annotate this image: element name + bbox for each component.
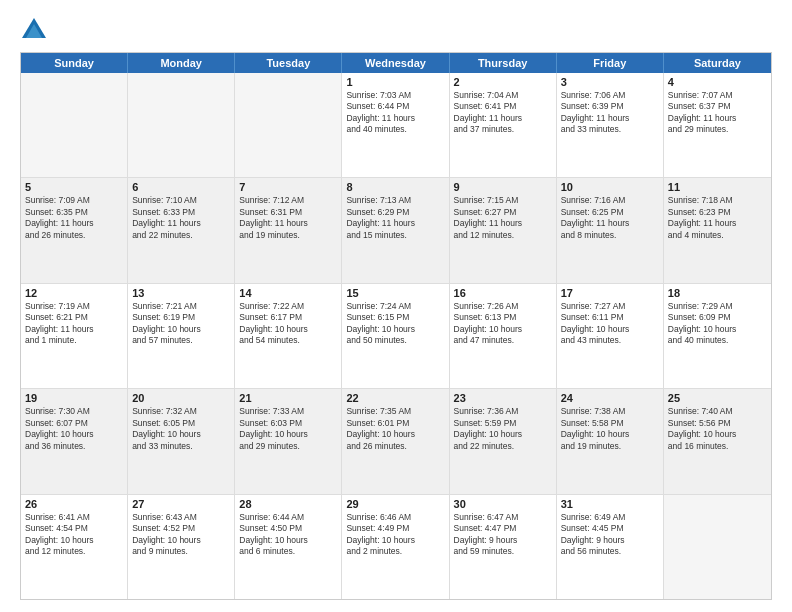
cell-sun-info: Sunrise: 7:33 AM Sunset: 6:03 PM Dayligh… <box>239 406 337 452</box>
cell-sun-info: Sunrise: 6:43 AM Sunset: 4:52 PM Dayligh… <box>132 512 230 558</box>
cell-sun-info: Sunrise: 6:46 AM Sunset: 4:49 PM Dayligh… <box>346 512 444 558</box>
calendar-row: 5Sunrise: 7:09 AM Sunset: 6:35 PM Daylig… <box>21 177 771 282</box>
day-number: 25 <box>668 392 767 404</box>
calendar-row: 26Sunrise: 6:41 AM Sunset: 4:54 PM Dayli… <box>21 494 771 599</box>
calendar-cell: 25Sunrise: 7:40 AM Sunset: 5:56 PM Dayli… <box>664 389 771 493</box>
calendar-cell <box>664 495 771 599</box>
calendar-cell: 22Sunrise: 7:35 AM Sunset: 6:01 PM Dayli… <box>342 389 449 493</box>
calendar-row: 19Sunrise: 7:30 AM Sunset: 6:07 PM Dayli… <box>21 388 771 493</box>
calendar-cell: 17Sunrise: 7:27 AM Sunset: 6:11 PM Dayli… <box>557 284 664 388</box>
day-number: 16 <box>454 287 552 299</box>
calendar-cell: 24Sunrise: 7:38 AM Sunset: 5:58 PM Dayli… <box>557 389 664 493</box>
cell-sun-info: Sunrise: 7:16 AM Sunset: 6:25 PM Dayligh… <box>561 195 659 241</box>
day-number: 13 <box>132 287 230 299</box>
calendar-cell: 21Sunrise: 7:33 AM Sunset: 6:03 PM Dayli… <box>235 389 342 493</box>
cell-sun-info: Sunrise: 7:21 AM Sunset: 6:19 PM Dayligh… <box>132 301 230 347</box>
weekday-header: Tuesday <box>235 53 342 73</box>
calendar-cell: 11Sunrise: 7:18 AM Sunset: 6:23 PM Dayli… <box>664 178 771 282</box>
calendar-header: SundayMondayTuesdayWednesdayThursdayFrid… <box>21 53 771 73</box>
calendar-cell: 3Sunrise: 7:06 AM Sunset: 6:39 PM Daylig… <box>557 73 664 177</box>
day-number: 19 <box>25 392 123 404</box>
day-number: 22 <box>346 392 444 404</box>
cell-sun-info: Sunrise: 7:38 AM Sunset: 5:58 PM Dayligh… <box>561 406 659 452</box>
cell-sun-info: Sunrise: 7:10 AM Sunset: 6:33 PM Dayligh… <box>132 195 230 241</box>
calendar-row: 12Sunrise: 7:19 AM Sunset: 6:21 PM Dayli… <box>21 283 771 388</box>
day-number: 9 <box>454 181 552 193</box>
calendar-cell: 8Sunrise: 7:13 AM Sunset: 6:29 PM Daylig… <box>342 178 449 282</box>
day-number: 23 <box>454 392 552 404</box>
calendar-cell: 26Sunrise: 6:41 AM Sunset: 4:54 PM Dayli… <box>21 495 128 599</box>
cell-sun-info: Sunrise: 7:27 AM Sunset: 6:11 PM Dayligh… <box>561 301 659 347</box>
calendar-cell: 13Sunrise: 7:21 AM Sunset: 6:19 PM Dayli… <box>128 284 235 388</box>
cell-sun-info: Sunrise: 6:41 AM Sunset: 4:54 PM Dayligh… <box>25 512 123 558</box>
day-number: 6 <box>132 181 230 193</box>
day-number: 3 <box>561 76 659 88</box>
day-number: 7 <box>239 181 337 193</box>
day-number: 1 <box>346 76 444 88</box>
cell-sun-info: Sunrise: 7:07 AM Sunset: 6:37 PM Dayligh… <box>668 90 767 136</box>
day-number: 27 <box>132 498 230 510</box>
cell-sun-info: Sunrise: 6:49 AM Sunset: 4:45 PM Dayligh… <box>561 512 659 558</box>
calendar-cell: 14Sunrise: 7:22 AM Sunset: 6:17 PM Dayli… <box>235 284 342 388</box>
calendar-cell: 6Sunrise: 7:10 AM Sunset: 6:33 PM Daylig… <box>128 178 235 282</box>
day-number: 20 <box>132 392 230 404</box>
calendar-cell: 1Sunrise: 7:03 AM Sunset: 6:44 PM Daylig… <box>342 73 449 177</box>
day-number: 12 <box>25 287 123 299</box>
day-number: 8 <box>346 181 444 193</box>
calendar-cell: 19Sunrise: 7:30 AM Sunset: 6:07 PM Dayli… <box>21 389 128 493</box>
weekday-header: Sunday <box>21 53 128 73</box>
header <box>20 16 772 44</box>
day-number: 29 <box>346 498 444 510</box>
calendar-cell: 4Sunrise: 7:07 AM Sunset: 6:37 PM Daylig… <box>664 73 771 177</box>
cell-sun-info: Sunrise: 7:04 AM Sunset: 6:41 PM Dayligh… <box>454 90 552 136</box>
cell-sun-info: Sunrise: 7:15 AM Sunset: 6:27 PM Dayligh… <box>454 195 552 241</box>
weekday-header: Saturday <box>664 53 771 73</box>
calendar-cell <box>21 73 128 177</box>
weekday-header: Monday <box>128 53 235 73</box>
calendar-cell <box>128 73 235 177</box>
calendar-cell: 7Sunrise: 7:12 AM Sunset: 6:31 PM Daylig… <box>235 178 342 282</box>
calendar-cell: 12Sunrise: 7:19 AM Sunset: 6:21 PM Dayli… <box>21 284 128 388</box>
cell-sun-info: Sunrise: 7:30 AM Sunset: 6:07 PM Dayligh… <box>25 406 123 452</box>
cell-sun-info: Sunrise: 6:47 AM Sunset: 4:47 PM Dayligh… <box>454 512 552 558</box>
day-number: 31 <box>561 498 659 510</box>
calendar-cell: 28Sunrise: 6:44 AM Sunset: 4:50 PM Dayli… <box>235 495 342 599</box>
day-number: 26 <box>25 498 123 510</box>
cell-sun-info: Sunrise: 7:35 AM Sunset: 6:01 PM Dayligh… <box>346 406 444 452</box>
day-number: 15 <box>346 287 444 299</box>
weekday-header: Thursday <box>450 53 557 73</box>
cell-sun-info: Sunrise: 7:09 AM Sunset: 6:35 PM Dayligh… <box>25 195 123 241</box>
weekday-header: Wednesday <box>342 53 449 73</box>
calendar-row: 1Sunrise: 7:03 AM Sunset: 6:44 PM Daylig… <box>21 73 771 177</box>
cell-sun-info: Sunrise: 7:22 AM Sunset: 6:17 PM Dayligh… <box>239 301 337 347</box>
calendar-cell: 29Sunrise: 6:46 AM Sunset: 4:49 PM Dayli… <box>342 495 449 599</box>
day-number: 24 <box>561 392 659 404</box>
calendar-cell: 18Sunrise: 7:29 AM Sunset: 6:09 PM Dayli… <box>664 284 771 388</box>
calendar-cell: 23Sunrise: 7:36 AM Sunset: 5:59 PM Dayli… <box>450 389 557 493</box>
day-number: 10 <box>561 181 659 193</box>
cell-sun-info: Sunrise: 7:06 AM Sunset: 6:39 PM Dayligh… <box>561 90 659 136</box>
cell-sun-info: Sunrise: 7:24 AM Sunset: 6:15 PM Dayligh… <box>346 301 444 347</box>
cell-sun-info: Sunrise: 7:36 AM Sunset: 5:59 PM Dayligh… <box>454 406 552 452</box>
weekday-header: Friday <box>557 53 664 73</box>
day-number: 14 <box>239 287 337 299</box>
cell-sun-info: Sunrise: 7:13 AM Sunset: 6:29 PM Dayligh… <box>346 195 444 241</box>
day-number: 11 <box>668 181 767 193</box>
calendar-cell: 20Sunrise: 7:32 AM Sunset: 6:05 PM Dayli… <box>128 389 235 493</box>
calendar-cell: 2Sunrise: 7:04 AM Sunset: 6:41 PM Daylig… <box>450 73 557 177</box>
day-number: 30 <box>454 498 552 510</box>
day-number: 2 <box>454 76 552 88</box>
logo <box>20 16 52 44</box>
calendar-cell: 27Sunrise: 6:43 AM Sunset: 4:52 PM Dayli… <box>128 495 235 599</box>
calendar-cell: 30Sunrise: 6:47 AM Sunset: 4:47 PM Dayli… <box>450 495 557 599</box>
day-number: 17 <box>561 287 659 299</box>
cell-sun-info: Sunrise: 7:18 AM Sunset: 6:23 PM Dayligh… <box>668 195 767 241</box>
day-number: 21 <box>239 392 337 404</box>
cell-sun-info: Sunrise: 7:32 AM Sunset: 6:05 PM Dayligh… <box>132 406 230 452</box>
logo-icon <box>20 16 48 44</box>
day-number: 18 <box>668 287 767 299</box>
page: SundayMondayTuesdayWednesdayThursdayFrid… <box>0 0 792 612</box>
calendar-cell: 9Sunrise: 7:15 AM Sunset: 6:27 PM Daylig… <box>450 178 557 282</box>
day-number: 4 <box>668 76 767 88</box>
calendar-cell: 16Sunrise: 7:26 AM Sunset: 6:13 PM Dayli… <box>450 284 557 388</box>
